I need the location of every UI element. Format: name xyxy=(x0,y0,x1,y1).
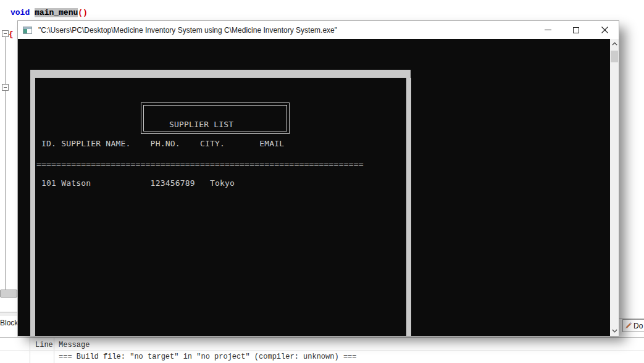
minus-icon xyxy=(4,87,7,88)
fold-toggle-icon[interactable] xyxy=(2,30,9,37)
tui-window-right-border xyxy=(406,78,411,336)
titlebar[interactable]: "C:\Users\PC\Desktop\Medicine Inventory … xyxy=(18,21,619,39)
supplier-list-title: SUPPLIER LIST xyxy=(169,120,233,129)
fold-margin-line xyxy=(5,36,6,290)
fold-toggle-icon[interactable] xyxy=(2,84,9,91)
pencil-icon xyxy=(624,322,632,330)
log-column-line: Line xyxy=(35,341,53,349)
tui-window-top-border xyxy=(30,70,411,78)
build-log-panel: Line Message === Build file: "no target"… xyxy=(0,337,644,363)
table-separator-line: ========================================… xyxy=(36,159,364,169)
code-identifier-highlighted: main_menu xyxy=(35,8,78,17)
supplier-list-title-box: SUPPLIER LIST xyxy=(141,102,290,134)
close-icon xyxy=(601,27,608,33)
console-window: "C:\Users\PC\Desktop\Medicine Inventory … xyxy=(17,20,619,336)
header-divider xyxy=(0,350,644,351)
panel-divider xyxy=(0,290,17,298)
chevron-up-icon xyxy=(612,42,617,46)
supplier-table-header: ID. SUPPLIER NAME. PH.NO. CITY. EMAIL xyxy=(36,139,284,149)
maximize-icon xyxy=(573,27,579,33)
code-keyword: void xyxy=(10,8,30,17)
maximize-button[interactable] xyxy=(562,21,590,39)
tui-window-left-border xyxy=(30,78,35,336)
supplier-table-row: 101 Watson 123456789 Tokyo xyxy=(36,178,235,188)
minus-icon xyxy=(4,33,7,34)
console-app-icon xyxy=(23,27,32,34)
code-open-brace: { xyxy=(9,30,14,39)
vertical-scrollbar[interactable] xyxy=(610,39,619,336)
scroll-up-button[interactable] xyxy=(610,39,619,49)
logs-panel-edge xyxy=(0,312,17,316)
close-button[interactable] xyxy=(590,21,619,39)
window-title: "C:\Users\PC\Desktop\Medicine Inventory … xyxy=(38,26,619,35)
minimize-icon xyxy=(545,30,551,30)
minimize-button[interactable] xyxy=(533,21,562,39)
console-client-area[interactable]: SUPPLIER LIST ID. SUPPLIER NAME. PH.NO. … xyxy=(18,39,610,336)
tab-label: Do xyxy=(634,322,643,330)
chevron-down-icon xyxy=(612,329,617,333)
code-space xyxy=(30,8,35,17)
scrollbar-thumb[interactable] xyxy=(611,51,618,62)
tab-code-blocks-fragment[interactable]: Block xyxy=(0,318,19,328)
code-paren: () xyxy=(78,8,88,17)
log-message-row[interactable]: === Build file: "no target" in "no proje… xyxy=(59,353,356,361)
tab-doxyblocks-fragment[interactable]: Do xyxy=(622,319,644,332)
log-column-message: Message xyxy=(59,341,90,349)
code-line: void main_menu() xyxy=(10,8,88,18)
scroll-down-button[interactable] xyxy=(610,326,619,336)
